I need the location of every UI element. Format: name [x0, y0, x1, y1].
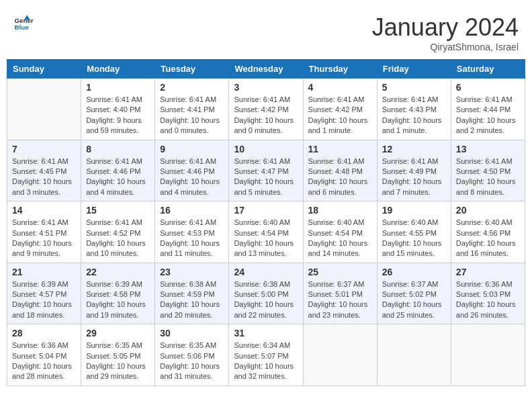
weekday-header-row: SundayMondayTuesdayWednesdayThursdayFrid… — [7, 60, 525, 79]
day-number: 19 — [382, 205, 446, 216]
day-number: 28 — [12, 328, 76, 338]
calendar-cell: 11Sunrise: 6:41 AM Sunset: 4:48 PM Dayli… — [303, 140, 377, 201]
month-title: January 2024 — [372, 13, 519, 42]
day-info: Sunrise: 6:41 AM Sunset: 4:53 PM Dayligh… — [160, 218, 224, 259]
weekday-header-friday: Friday — [377, 60, 451, 79]
calendar-cell: 21Sunrise: 6:39 AM Sunset: 4:57 PM Dayli… — [7, 263, 81, 324]
calendar-week-row: 28Sunrise: 6:36 AM Sunset: 5:04 PM Dayli… — [7, 324, 525, 386]
calendar-cell: 9Sunrise: 6:41 AM Sunset: 4:46 PM Daylig… — [155, 140, 229, 201]
day-info: Sunrise: 6:36 AM Sunset: 5:04 PM Dayligh… — [12, 340, 76, 382]
day-number: 16 — [160, 205, 224, 216]
calendar-cell — [7, 79, 81, 140]
calendar-week-row: 7Sunrise: 6:41 AM Sunset: 4:45 PM Daylig… — [7, 140, 525, 201]
day-info: Sunrise: 6:41 AM Sunset: 4:48 PM Dayligh… — [308, 156, 372, 198]
weekday-header-thursday: Thursday — [303, 60, 377, 79]
page-header: General Blue January 2024 QiryatShmona, … — [7, 7, 525, 56]
day-number: 21 — [12, 267, 76, 277]
calendar-cell — [303, 324, 377, 386]
day-number: 26 — [382, 267, 446, 277]
logo: General Blue — [13, 13, 35, 34]
calendar-cell: 25Sunrise: 6:37 AM Sunset: 5:01 PM Dayli… — [303, 263, 377, 324]
svg-text:General: General — [15, 17, 34, 24]
calendar-cell: 23Sunrise: 6:38 AM Sunset: 4:59 PM Dayli… — [155, 263, 229, 324]
day-info: Sunrise: 6:39 AM Sunset: 4:57 PM Dayligh… — [12, 279, 76, 321]
calendar-cell — [451, 324, 525, 386]
day-info: Sunrise: 6:41 AM Sunset: 4:42 PM Dayligh… — [308, 95, 372, 136]
day-number: 20 — [456, 205, 520, 216]
calendar-cell: 8Sunrise: 6:41 AM Sunset: 4:46 PM Daylig… — [81, 140, 155, 201]
day-number: 4 — [308, 82, 372, 93]
day-number: 31 — [234, 328, 298, 338]
day-info: Sunrise: 6:41 AM Sunset: 4:43 PM Dayligh… — [382, 95, 446, 136]
day-info: Sunrise: 6:41 AM Sunset: 4:49 PM Dayligh… — [382, 156, 446, 198]
day-info: Sunrise: 6:41 AM Sunset: 4:42 PM Dayligh… — [234, 95, 298, 136]
weekday-header-sunday: Sunday — [7, 60, 81, 79]
weekday-header-wednesday: Wednesday — [229, 60, 303, 79]
calendar-cell: 13Sunrise: 6:41 AM Sunset: 4:50 PM Dayli… — [451, 140, 525, 201]
day-info: Sunrise: 6:41 AM Sunset: 4:51 PM Dayligh… — [12, 218, 76, 259]
day-number: 8 — [86, 144, 150, 154]
day-info: Sunrise: 6:40 AM Sunset: 4:55 PM Dayligh… — [382, 218, 446, 259]
calendar-cell: 7Sunrise: 6:41 AM Sunset: 4:45 PM Daylig… — [7, 140, 81, 201]
day-info: Sunrise: 6:41 AM Sunset: 4:41 PM Dayligh… — [160, 95, 224, 136]
day-info: Sunrise: 6:40 AM Sunset: 4:56 PM Dayligh… — [456, 218, 520, 259]
day-info: Sunrise: 6:41 AM Sunset: 4:47 PM Dayligh… — [234, 156, 298, 198]
calendar-cell: 14Sunrise: 6:41 AM Sunset: 4:51 PM Dayli… — [7, 201, 81, 263]
day-info: Sunrise: 6:41 AM Sunset: 4:46 PM Dayligh… — [86, 156, 150, 198]
calendar-cell: 30Sunrise: 6:35 AM Sunset: 5:06 PM Dayli… — [155, 324, 229, 386]
day-info: Sunrise: 6:40 AM Sunset: 4:54 PM Dayligh… — [308, 218, 372, 259]
day-number: 27 — [456, 267, 520, 277]
day-number: 29 — [86, 328, 150, 338]
day-number: 18 — [308, 205, 372, 216]
day-info: Sunrise: 6:40 AM Sunset: 4:54 PM Dayligh… — [234, 218, 298, 259]
day-info: Sunrise: 6:41 AM Sunset: 4:50 PM Dayligh… — [456, 156, 520, 198]
title-section: January 2024 QiryatShmona, Israel — [372, 13, 519, 52]
day-number: 5 — [382, 82, 446, 93]
calendar-cell: 31Sunrise: 6:34 AM Sunset: 5:07 PM Dayli… — [229, 324, 303, 386]
day-number: 13 — [456, 144, 520, 154]
calendar-week-row: 21Sunrise: 6:39 AM Sunset: 4:57 PM Dayli… — [7, 263, 525, 324]
calendar-cell: 10Sunrise: 6:41 AM Sunset: 4:47 PM Dayli… — [229, 140, 303, 201]
calendar-cell: 26Sunrise: 6:37 AM Sunset: 5:02 PM Dayli… — [377, 263, 451, 324]
day-number: 17 — [234, 205, 298, 216]
calendar-cell: 2Sunrise: 6:41 AM Sunset: 4:41 PM Daylig… — [155, 79, 229, 140]
day-info: Sunrise: 6:41 AM Sunset: 4:40 PM Dayligh… — [86, 95, 150, 136]
day-number: 10 — [234, 144, 298, 154]
day-number: 11 — [308, 144, 372, 154]
calendar-week-row: 14Sunrise: 6:41 AM Sunset: 4:51 PM Dayli… — [7, 201, 525, 263]
calendar-cell: 4Sunrise: 6:41 AM Sunset: 4:42 PM Daylig… — [303, 79, 377, 140]
day-number: 7 — [12, 144, 76, 154]
day-number: 14 — [12, 205, 76, 216]
calendar-cell: 19Sunrise: 6:40 AM Sunset: 4:55 PM Dayli… — [377, 201, 451, 263]
day-number: 22 — [86, 267, 150, 277]
day-number: 25 — [308, 267, 372, 277]
day-info: Sunrise: 6:41 AM Sunset: 4:52 PM Dayligh… — [86, 218, 150, 259]
weekday-header-saturday: Saturday — [451, 60, 525, 79]
calendar-cell: 20Sunrise: 6:40 AM Sunset: 4:56 PM Dayli… — [451, 201, 525, 263]
day-info: Sunrise: 6:38 AM Sunset: 4:59 PM Dayligh… — [160, 279, 224, 321]
day-number: 2 — [160, 82, 224, 93]
logo-icon: General Blue — [13, 13, 34, 34]
calendar-cell: 22Sunrise: 6:39 AM Sunset: 4:58 PM Dayli… — [81, 263, 155, 324]
calendar-cell: 12Sunrise: 6:41 AM Sunset: 4:49 PM Dayli… — [377, 140, 451, 201]
calendar-cell: 16Sunrise: 6:41 AM Sunset: 4:53 PM Dayli… — [155, 201, 229, 263]
day-info: Sunrise: 6:34 AM Sunset: 5:07 PM Dayligh… — [234, 340, 298, 382]
day-info: Sunrise: 6:36 AM Sunset: 5:03 PM Dayligh… — [456, 279, 520, 321]
calendar-cell: 18Sunrise: 6:40 AM Sunset: 4:54 PM Dayli… — [303, 201, 377, 263]
day-number: 30 — [160, 328, 224, 338]
calendar-cell: 29Sunrise: 6:35 AM Sunset: 5:05 PM Dayli… — [81, 324, 155, 386]
calendar-cell: 24Sunrise: 6:38 AM Sunset: 5:00 PM Dayli… — [229, 263, 303, 324]
day-info: Sunrise: 6:37 AM Sunset: 5:01 PM Dayligh… — [308, 279, 372, 321]
calendar-table: SundayMondayTuesdayWednesdayThursdayFrid… — [7, 59, 525, 386]
day-number: 23 — [160, 267, 224, 277]
calendar-cell: 27Sunrise: 6:36 AM Sunset: 5:03 PM Dayli… — [451, 263, 525, 324]
weekday-header-monday: Monday — [81, 60, 155, 79]
calendar-cell: 17Sunrise: 6:40 AM Sunset: 4:54 PM Dayli… — [229, 201, 303, 263]
day-info: Sunrise: 6:35 AM Sunset: 5:06 PM Dayligh… — [160, 340, 224, 382]
calendar-cell: 3Sunrise: 6:41 AM Sunset: 4:42 PM Daylig… — [229, 79, 303, 140]
svg-text:Blue: Blue — [15, 24, 30, 31]
day-number: 6 — [456, 82, 520, 93]
calendar-cell: 15Sunrise: 6:41 AM Sunset: 4:52 PM Dayli… — [81, 201, 155, 263]
day-number: 3 — [234, 82, 298, 93]
day-info: Sunrise: 6:37 AM Sunset: 5:02 PM Dayligh… — [382, 279, 446, 321]
